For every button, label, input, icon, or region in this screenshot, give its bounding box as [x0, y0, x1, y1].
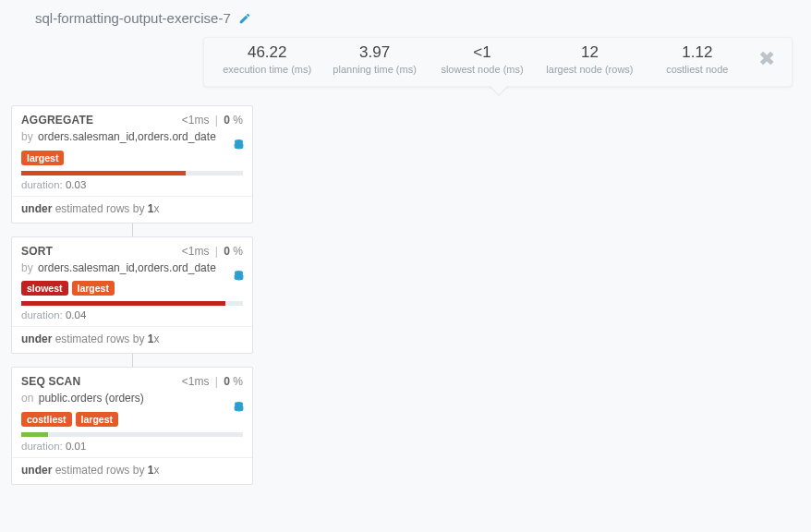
estimate-row: under estimated rows by 1x	[21, 464, 243, 477]
badge-largest: largest	[21, 151, 64, 165]
duration-row: duration: 0.04	[21, 309, 243, 320]
node-timing: <1ms | 0 %	[182, 245, 243, 258]
duration-bar-fill	[21, 432, 48, 437]
plan-node-card[interactable]: AGGREGATE <1ms | 0 % by orders.salesman_…	[11, 105, 253, 224]
plan-column: AGGREGATE <1ms | 0 % by orders.salesman_…	[11, 105, 253, 485]
card-divider	[12, 457, 252, 458]
stat-label: costliest node	[644, 64, 751, 75]
stat-label: execution time (ms)	[213, 64, 321, 75]
node-timing: <1ms | 0 %	[182, 375, 243, 388]
title-row: sql-formatting-output-exercise-7	[0, 0, 811, 31]
node-connector	[132, 354, 133, 367]
duration-bar-fill	[21, 171, 186, 175]
stat-costliest: 1.12 costliest node	[644, 43, 751, 75]
stat-value: 1.12	[644, 43, 751, 62]
stat-planning: 3.97 planning time (ms)	[321, 43, 428, 75]
stat-value: <1	[429, 43, 536, 62]
node-connector	[132, 224, 133, 236]
stat-value: 3.97	[321, 43, 428, 62]
card-divider	[12, 326, 252, 327]
card-head: AGGREGATE <1ms | 0 %	[21, 114, 243, 127]
card-divider	[12, 196, 252, 197]
badge-row: largest	[21, 151, 243, 165]
database-icon[interactable]	[233, 269, 245, 282]
plan-title: sql-formatting-output-exercise-7	[35, 10, 231, 26]
stats-notch	[490, 78, 508, 96]
duration-bar-track	[21, 171, 243, 175]
stat-value: 46.22	[213, 43, 321, 62]
node-subline: by orders.salesman_id,orders.ord_date	[21, 130, 243, 145]
node-subline: by orders.salesman_id,orders.ord_date	[21, 261, 243, 276]
card-head: SORT <1ms | 0 %	[21, 245, 243, 258]
node-subline: on public.orders (orders)	[21, 392, 243, 406]
database-icon[interactable]	[233, 399, 245, 412]
estimate-row: under estimated rows by 1x	[21, 332, 243, 345]
stat-label: largest node (rows)	[536, 64, 643, 75]
stat-execution: 46.22 execution time (ms)	[213, 43, 321, 75]
badge-largest: largest	[72, 281, 115, 296]
badge-costliest: costliest	[21, 412, 72, 427]
duration-row: duration: 0.03	[21, 179, 243, 190]
node-timing: <1ms | 0 %	[182, 114, 243, 127]
duration-row: duration: 0.01	[21, 441, 243, 452]
duration-bar-track	[21, 432, 243, 437]
stat-largest: 12 largest node (rows)	[536, 43, 643, 75]
badge-largest: largest	[76, 412, 118, 427]
badge-slowest: slowest	[21, 281, 68, 296]
stat-label: slowest node (ms)	[429, 64, 536, 75]
badge-row: slowestlargest	[21, 281, 243, 296]
plan-node-card[interactable]: SEQ SCAN <1ms | 0 % on public.orders (or…	[11, 367, 253, 485]
node-name: AGGREGATE	[21, 114, 93, 127]
stat-value: 12	[536, 43, 643, 62]
duration-bar-track	[21, 301, 243, 306]
stats-band: 46.22 execution time (ms) 3.97 planning …	[203, 37, 793, 87]
estimate-row: under estimated rows by 1x	[21, 202, 243, 215]
plan-node-card[interactable]: SORT <1ms | 0 % by orders.salesman_id,or…	[11, 236, 253, 355]
badge-row: costliestlargest	[21, 412, 243, 427]
database-icon[interactable]	[233, 138, 245, 151]
node-name: SEQ SCAN	[21, 375, 80, 388]
edit-icon[interactable]	[238, 9, 251, 26]
stat-slowest: <1 slowest node (ms)	[429, 43, 536, 75]
close-icon[interactable]: ✖	[751, 47, 782, 71]
card-head: SEQ SCAN <1ms | 0 %	[21, 375, 243, 388]
node-name: SORT	[21, 245, 53, 258]
duration-bar-fill	[21, 301, 225, 306]
stat-label: planning time (ms)	[321, 64, 428, 75]
